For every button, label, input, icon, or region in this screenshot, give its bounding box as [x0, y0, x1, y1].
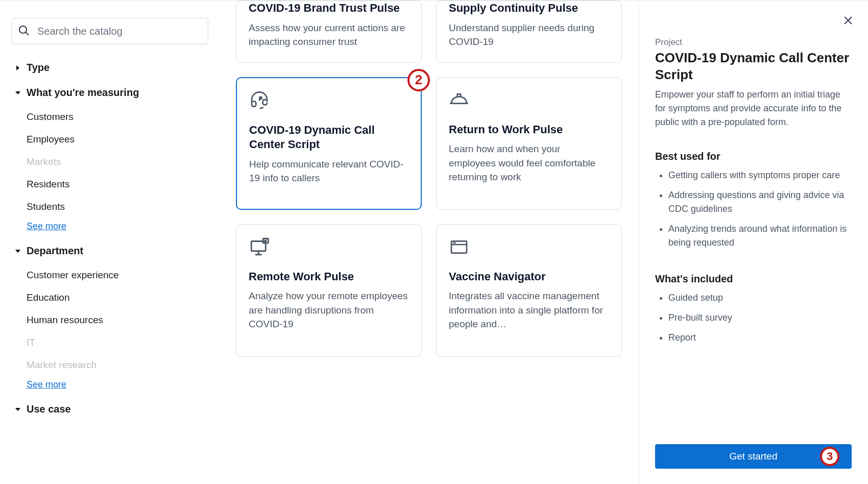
- caret-down-icon: [14, 406, 21, 413]
- search-icon: [17, 24, 30, 38]
- detail-kicker: Project: [655, 37, 852, 47]
- card-description: Assess how your current actions are impa…: [249, 21, 409, 49]
- facet-label: Department: [27, 245, 83, 257]
- catalog-card[interactable]: Vaccine NavigatorIntegrates all vaccine …: [436, 224, 622, 357]
- search-input[interactable]: [11, 18, 208, 44]
- card-title: COVID-19 Dynamic Call Center Script: [249, 123, 408, 152]
- card-description: Help communicate relevant COVID-19 info …: [249, 157, 408, 185]
- see-more-link[interactable]: See more: [27, 221, 66, 232]
- facet-group: Use case: [11, 403, 208, 415]
- catalog-card[interactable]: COVID-19 Dynamic Call Center ScriptHelp …: [236, 77, 422, 210]
- facet-item[interactable]: Human resources: [27, 309, 208, 331]
- search-wrap: [11, 18, 208, 44]
- spacer: [655, 368, 852, 444]
- facet-items: Customer experienceEducationHuman resour…: [14, 264, 208, 376]
- card-description: Understand supplier needs during COVID-1…: [449, 21, 609, 49]
- catalog-card[interactable]: COVID-19 Brand Trust PulseAssess how you…: [236, 1, 422, 63]
- facet-header[interactable]: What you're measuring: [14, 87, 208, 99]
- included-header: What's included: [655, 273, 852, 285]
- hardhat-icon: [449, 89, 609, 110]
- svg-rect-10: [453, 242, 455, 244]
- included-item: Report: [668, 331, 852, 345]
- included-item: Guided setup: [668, 291, 852, 305]
- facet-item: Market research: [27, 354, 208, 376]
- detail-title: COVID-19 Dynamic Call Center Script: [655, 50, 852, 83]
- catalog: COVID-19 Brand Trust PulseAssess how you…: [220, 1, 638, 484]
- catalog-card[interactable]: Supply Continuity PulseUnderstand suppli…: [436, 1, 622, 63]
- card-title: Supply Continuity Pulse: [449, 1, 609, 16]
- card-description: Integrates all vaccine management inform…: [449, 289, 609, 331]
- detail-description: Empower your staff to perform an initial…: [655, 88, 852, 129]
- facet-group: What you're measuringCustomersEmployeesM…: [11, 87, 208, 232]
- see-more-link[interactable]: See more: [27, 379, 66, 390]
- facet-group: Type: [11, 62, 208, 74]
- facet-item[interactable]: Residents: [27, 173, 208, 196]
- facet-group: DepartmentCustomer experienceEducationHu…: [11, 245, 208, 390]
- facet-header[interactable]: Department: [14, 245, 208, 257]
- card-grid: COVID-19 Brand Trust PulseAssess how you…: [236, 1, 622, 357]
- best-used-item: Addressing questions and giving advice v…: [668, 188, 852, 216]
- card-title: Remote Work Pulse: [249, 270, 409, 284]
- svg-point-7: [265, 240, 266, 241]
- headset-icon: [249, 89, 408, 111]
- best-used-item: Getting callers with symptoms proper car…: [668, 168, 852, 182]
- catalog-card[interactable]: Return to Work PulseLearn how and when y…: [436, 77, 622, 210]
- card-title: COVID-19 Brand Trust Pulse: [249, 1, 409, 16]
- facet-item[interactable]: Customer experience: [27, 264, 208, 286]
- close-icon[interactable]: [842, 15, 854, 28]
- best-used-header: Best used for: [655, 151, 852, 162]
- facets: TypeWhat you're measuringCustomersEmploy…: [11, 62, 208, 415]
- best-used-list: Getting callers with symptoms proper car…: [655, 168, 852, 256]
- facet-item[interactable]: Employees: [27, 128, 208, 151]
- card-title: Vaccine Navigator: [449, 270, 609, 284]
- facet-label: Type: [27, 62, 50, 74]
- facet-header[interactable]: Use case: [14, 403, 208, 415]
- window-icon: [449, 236, 609, 257]
- cta-wrap: Get started 3: [655, 444, 852, 469]
- facet-item: IT: [27, 331, 208, 354]
- included-list: Guided setupPre-built surveyReport: [655, 291, 852, 351]
- facet-item[interactable]: Customers: [27, 106, 208, 128]
- facet-item[interactable]: Education: [27, 286, 208, 309]
- facet-label: What you're measuring: [27, 87, 139, 99]
- facet-item[interactable]: Students: [27, 196, 208, 218]
- card-description: Analyze how your remote employees are ha…: [249, 289, 409, 331]
- facet-items: CustomersEmployeesMarketsResidentsStuden…: [14, 106, 208, 218]
- filter-sidebar: TypeWhat you're measuringCustomersEmploy…: [0, 1, 220, 484]
- monitor-icon: [249, 236, 409, 257]
- svg-line-1: [26, 33, 29, 35]
- card-title: Return to Work Pulse: [449, 123, 609, 137]
- facet-item: Markets: [27, 151, 208, 173]
- caret-down-icon: [14, 90, 21, 96]
- card-description: Learn how and when your employees would …: [449, 142, 609, 184]
- facet-label: Use case: [27, 403, 71, 415]
- caret-right-icon: [14, 65, 21, 71]
- annotation-2: 2: [407, 69, 430, 91]
- catalog-card[interactable]: Remote Work PulseAnalyze how your remote…: [236, 224, 422, 357]
- facet-header[interactable]: Type: [14, 62, 208, 74]
- detail-panel: Project COVID-19 Dynamic Call Center Scr…: [638, 1, 868, 484]
- get-started-button[interactable]: Get started: [655, 444, 852, 469]
- caret-down-icon: [14, 248, 21, 254]
- included-item: Pre-built survey: [668, 311, 852, 325]
- best-used-item: Analyzing trends around what information…: [668, 222, 852, 250]
- app-root: TypeWhat you're measuringCustomersEmploy…: [0, 0, 868, 484]
